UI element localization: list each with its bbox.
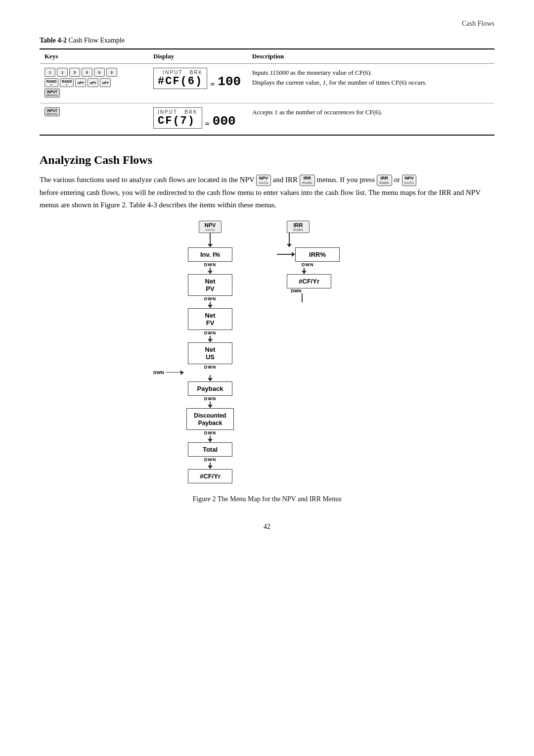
section-heading: Analyzing Cash Flows [40,153,494,167]
arrow-4 [208,375,213,381]
display-eq-1: INPUT BRK #CF(6) = 100 [153,68,241,89]
dwn-1: DWN [204,262,217,267]
dwn-6: DWN [204,430,217,435]
desc-1: Inputs 115000 as the monetary value of C… [252,68,490,87]
box-cf-yr-npv: #CF/Yr [188,469,232,483]
press-irr-key: IRRIRatBs [377,175,392,186]
arrow-5 [208,402,213,408]
dwn-irr-1: DWN [302,262,314,267]
key-row-2: RANDe² RANDe² nPY nPY nPY [44,78,143,87]
arrow-1 [208,268,213,274]
page-number: 42 [40,523,494,531]
italic-1b: 1 [274,108,278,116]
arrow-irr-1 [302,268,307,274]
para-end: before entering cash flows, you will be … [40,189,481,209]
key-row-3: INPUTMemory [44,89,143,97]
h-arrow-to-irr [292,252,295,257]
irr-key-inline: IRRIRatBs [300,175,315,186]
irr-top-button: IRR IRatBs [287,221,310,233]
display-main-1: #CF(6) [158,75,203,88]
row1-keys: 1 1 5 0 0 0 RANDe² RANDe² nPY nPY nPY IN… [40,64,148,103]
box-discounted-payback: DiscountedPayback [186,408,233,430]
dwn-7: DWN [204,457,217,462]
display-eq-2: INPUT BRK CF(7) = 000 [153,107,236,129]
box-net-pv: NetPV [188,274,232,296]
key-1b: 1 [57,68,68,77]
arrow-7 [208,463,213,469]
eq-sign-1: = [210,80,215,89]
box-cf-yr-irr: #CF/Yr [287,274,331,288]
key-rand1: RANDe² [44,78,58,87]
key-5: 5 [69,68,80,77]
para-mid: and IRR [273,176,298,184]
arrow-irr-down [287,233,292,247]
key-npy2: nPY [88,78,98,87]
header-title: Cash Flows [462,20,494,27]
h-arrow-right [180,370,184,375]
para-or: or [394,176,400,184]
table-caption: Table 4-2 Cash Flow Example [40,37,494,45]
key-input: INPUTMemory [44,89,60,97]
eq-sign-2: = [205,120,210,129]
dwn-left-row: DWN [153,370,267,375]
arrow-3 [208,336,213,342]
figure-caption: Figure 2 The Menu Map for the NPV and IR… [40,495,494,503]
italic-115000: 115000 [270,69,289,76]
table-caption-bold: Table 4-2 [40,37,67,44]
table-row: 1 1 5 0 0 0 RANDe² RANDe² nPY nPY nPY IN… [40,64,494,103]
key-1a: 1 [44,68,55,77]
desc-2: Accepts 1 as the number of occurrences f… [252,107,490,117]
irr-box-row: IRR% [277,247,340,262]
box-inv-i: Inv. I% [188,247,232,262]
menu-map-diagram: NPV Inv/Sv Inv. I% DWN NetPV DWN NetFV [109,221,425,483]
row1-display: INPUT BRK #CF(6) = 100 [148,64,247,103]
npv-key-inline: NPVInv/Sv [256,175,270,186]
box-irr-pct: IRR% [295,247,340,262]
key-0b: 0 [94,68,105,77]
dwn-left-label: DWN [153,370,164,375]
row2-desc: Accepts 1 as the number of occurrences f… [247,103,494,136]
display-main-2: CF(7) [158,115,198,127]
row1-desc: Inputs 115000 as the monetary value of C… [247,64,494,103]
key-npy3: nPY [100,78,111,87]
press-npv-key: NPVInv/Sv [402,175,416,186]
table-caption-normal: Cash Flow Example [67,37,125,44]
body-paragraph: The various functions used to analyze ca… [40,174,494,212]
key-0c: 0 [106,68,117,77]
col-keys: Keys [40,49,148,64]
npv-column: NPV Inv/Sv Inv. I% DWN NetPV DWN NetFV [153,221,267,483]
arrow-irr-2 [302,293,303,302]
npv-top-button: NPV Inv/Sv [199,221,222,233]
key-row-1: 1 1 5 0 0 0 [44,68,143,77]
display-top-1: INPUT BRK [158,70,203,75]
dwn-2: DWN [204,296,217,301]
display-cf6: INPUT BRK #CF(6) [153,68,207,89]
col-display: Display [148,49,247,64]
dwn-3: DWN [204,331,217,335]
irr-column: IRR IRatBs IRR% DWN #CF/Yr DWN [267,221,381,302]
box-net-fv: NetFV [188,308,232,330]
v-line [210,233,211,244]
h-line-to-irr [277,254,292,255]
arrow-npv-down [208,233,213,247]
key-0a: 0 [82,68,92,77]
arrow-2 [208,302,213,308]
h-line-left [166,372,180,373]
col-desc: Description [247,49,494,64]
key-npy1: nPY [75,78,86,87]
dwn-irr-right: DWN [287,288,302,293]
page-header: Cash Flows [40,20,494,28]
dwn-5: DWN [204,396,217,401]
box-total: Total [188,442,232,457]
arrow-6 [208,436,213,442]
v-tip [208,244,213,247]
cash-flow-table: Keys Display Description 1 1 5 0 0 0 RAN… [40,48,494,136]
display-cf7: INPUT BRK CF(7) [153,107,202,129]
box-payback: Payback [188,381,232,396]
italic-1a: 1 [323,79,326,86]
dwn-4: DWN [204,365,217,370]
para-before-npv: The various functions used to analyze ca… [40,176,255,184]
table-row: INPUTMemory INPUT BRK CF(7) = 000 Accept… [40,103,494,136]
display-top-2: INPUT BRK [158,109,198,115]
display-val-1: 100 [218,74,241,89]
